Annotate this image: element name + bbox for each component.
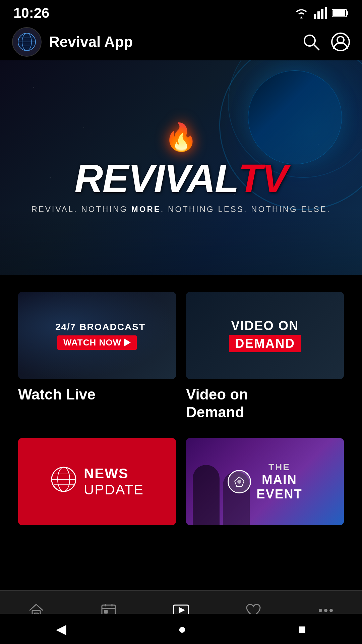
- news-text: NEWS: [84, 466, 144, 482]
- vod-label-text: Video onDemand: [186, 386, 344, 421]
- flame-icon: 🔥: [164, 121, 198, 153]
- main-event-the: THE: [256, 462, 302, 473]
- android-nav: ◀ ● ■: [0, 614, 362, 644]
- cards-grid: 24/7 BROADCAST WATCH NOW Watch Live VIDE…: [18, 292, 344, 421]
- second-row-section: NEWS UPDATE: [0, 428, 362, 532]
- app-bar: Revival App: [0, 23, 362, 60]
- profile-icon: [331, 33, 350, 51]
- svg-rect-1: [317, 11, 320, 19]
- revival-tv-text: REVIVAL TV: [74, 156, 287, 201]
- status-bar: 10:26: [0, 0, 362, 23]
- main-event-content: THE MAIN EVENT: [228, 462, 302, 501]
- main-event-logo-icon: [228, 470, 251, 493]
- profile-button[interactable]: [331, 33, 350, 51]
- news-update-text: UPDATE: [84, 482, 144, 498]
- vod-thumbnail: VIDEO ON DEMAND: [186, 292, 344, 379]
- revival-text: REVIVAL: [74, 156, 238, 201]
- svg-point-31: [319, 609, 322, 612]
- main-event-text-block: THE MAIN EVENT: [256, 462, 302, 501]
- second-row-grid: NEWS UPDATE: [18, 438, 344, 532]
- broadcast-label: 24/7 BROADCAST WATCH NOW: [49, 321, 145, 350]
- news-label: NEWS UPDATE: [84, 466, 144, 498]
- watch-now-btn: WATCH NOW: [57, 335, 137, 350]
- vod-label: VIDEO ON DEMAND: [229, 319, 301, 352]
- status-time: 10:26: [13, 5, 49, 21]
- app-bar-left: Revival App: [12, 27, 133, 57]
- watch-live-card[interactable]: 24/7 BROADCAST WATCH NOW Watch Live: [18, 292, 176, 421]
- svg-point-21: [237, 480, 241, 484]
- search-icon: [302, 33, 320, 51]
- broadcast-247: 24/7 BROADCAST: [49, 321, 145, 333]
- hero-banner: 🔥 REVIVAL TV REVIVAL. NOTHING MORE. NOTH…: [0, 60, 362, 275]
- play-triangle-icon: [124, 338, 131, 346]
- watch-live-label: Watch Live: [18, 386, 176, 404]
- battery-icon: [332, 8, 349, 18]
- app-title: Revival App: [49, 34, 133, 50]
- main-event-event: EVENT: [256, 487, 302, 501]
- svg-rect-2: [321, 9, 323, 19]
- news-update-card[interactable]: NEWS UPDATE: [18, 438, 176, 532]
- main-grid-section: 24/7 BROADCAST WATCH NOW Watch Live VIDE…: [0, 275, 362, 428]
- android-back-button[interactable]: ◀: [56, 621, 66, 637]
- watch-now-text: WATCH NOW: [63, 337, 121, 348]
- revival-tagline: REVIVAL. NOTHING MORE. NOTHING LESS. NOT…: [31, 205, 330, 214]
- main-event-card[interactable]: THE MAIN EVENT: [186, 438, 344, 532]
- revival-tv-logo: 🔥 REVIVAL TV REVIVAL. NOTHING MORE. NOTH…: [31, 121, 330, 214]
- svg-point-32: [324, 609, 327, 612]
- watch-live-thumbnail: 24/7 BROADCAST WATCH NOW: [18, 292, 176, 379]
- svg-line-13: [314, 45, 319, 50]
- wifi-icon: [294, 7, 309, 19]
- main-event-main: MAIN: [256, 473, 302, 487]
- svg-rect-5: [347, 11, 348, 15]
- svg-rect-0: [314, 14, 316, 19]
- news-globe-icon: [50, 466, 77, 497]
- svg-point-33: [329, 609, 333, 612]
- tv-text: TV: [238, 156, 288, 201]
- signal-icon: [314, 7, 327, 19]
- svg-rect-28: [105, 610, 107, 613]
- globe-icon: [17, 32, 37, 52]
- news-thumbnail: NEWS UPDATE: [18, 438, 176, 525]
- status-icons: [294, 7, 349, 19]
- svg-point-12: [304, 35, 315, 46]
- svg-marker-30: [179, 608, 184, 612]
- android-recent-button[interactable]: ■: [298, 622, 306, 637]
- svg-rect-6: [333, 10, 345, 16]
- main-event-thumbnail: THE MAIN EVENT: [186, 438, 344, 525]
- svg-rect-3: [325, 7, 327, 19]
- app-logo: [12, 27, 42, 57]
- vod-video-on-text: VIDEO ON: [229, 319, 301, 333]
- app-bar-right: [302, 33, 350, 51]
- vod-demand-text: DEMAND: [229, 335, 301, 352]
- vod-card[interactable]: VIDEO ON DEMAND Video onDemand: [186, 292, 344, 421]
- android-home-button[interactable]: ●: [178, 622, 186, 637]
- search-button[interactable]: [302, 33, 320, 51]
